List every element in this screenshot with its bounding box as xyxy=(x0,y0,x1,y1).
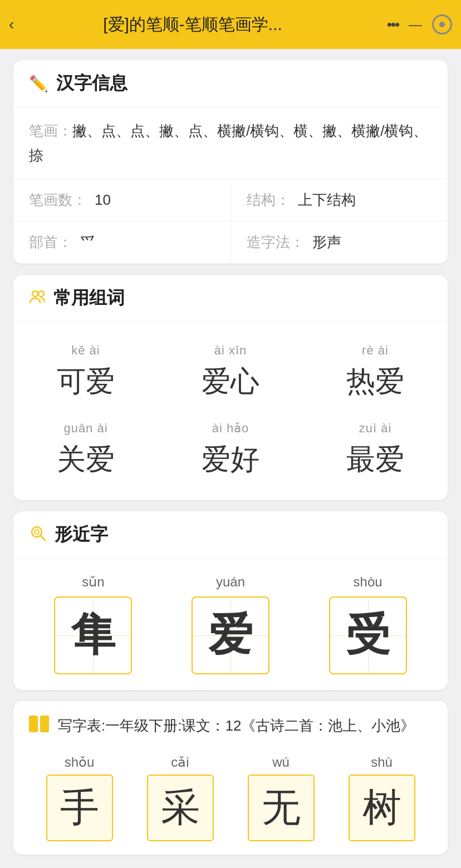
writing-char: 采 xyxy=(161,782,200,834)
word-pinyin: rè ài xyxy=(362,343,389,358)
radical-method-row: 部首： 爫 造字法： 形声 xyxy=(13,221,448,264)
list-item[interactable]: shǒu 手 xyxy=(46,754,113,841)
word-chinese: 爱心 xyxy=(202,362,259,401)
word-pinyin: zuì ài xyxy=(359,421,392,436)
list-item[interactable]: ài xīn 爱心 xyxy=(158,333,303,411)
structure-label: 结构： xyxy=(247,190,290,210)
svg-point-0 xyxy=(32,291,38,297)
word-chinese: 热爱 xyxy=(346,362,404,401)
svg-point-1 xyxy=(38,291,44,297)
writing-char-box: 采 xyxy=(147,775,214,841)
stroke-count-value: 10 xyxy=(95,191,111,209)
similar-chars-icon xyxy=(29,524,47,546)
list-item[interactable]: rè ài 热爱 xyxy=(303,333,448,411)
writing-char-pinyin: shù xyxy=(371,754,393,770)
minimize-button[interactable]: — xyxy=(409,17,422,32)
hanzi-info-header: ✏️ 汉字信息 xyxy=(13,60,448,107)
word-chinese: 关爱 xyxy=(57,440,115,479)
list-item[interactable]: ài hǎo 爱好 xyxy=(158,411,303,489)
writing-chars-row: shǒu 手 cǎi 采 wú 无 shù 树 xyxy=(29,749,432,841)
hanzi-info-icon: ✏️ xyxy=(29,75,48,93)
writing-char: 树 xyxy=(362,782,401,834)
similar-char: 受 xyxy=(346,605,390,665)
writing-char-box: 无 xyxy=(248,775,315,841)
strokes-content: 笔画：撇、点、点、撇、点、横撇/横钩、横、撇、横撇/横钩、捺 xyxy=(29,122,428,164)
similar-chars-title: 形近字 xyxy=(55,522,108,547)
method-cell: 造字法： 形声 xyxy=(231,221,448,263)
strokes-value: 撇、点、点、撇、点、横撇/横钩、横、撇、横撇/横钩、捺 xyxy=(29,122,428,164)
method-value: 形声 xyxy=(312,233,341,252)
writing-char: 手 xyxy=(60,782,99,834)
similar-char-box: 爱 xyxy=(192,596,269,674)
similar-char-box: 受 xyxy=(329,596,407,674)
writing-char-box: 树 xyxy=(349,775,415,841)
svg-line-3 xyxy=(41,536,45,540)
similar-char: 隼 xyxy=(71,605,115,665)
list-item[interactable]: cǎi 采 xyxy=(147,754,214,841)
word-pinyin: ài xīn xyxy=(214,343,247,358)
app-header: ‹ [爱]的笔顺-笔顺笔画学... ••• — xyxy=(0,0,461,49)
radical-label: 部首： xyxy=(29,233,72,252)
more-button[interactable]: ••• xyxy=(387,16,399,33)
similar-pinyin: shòu xyxy=(354,574,382,590)
similar-char-box: 隼 xyxy=(54,596,132,674)
list-item[interactable]: shù 树 xyxy=(349,754,415,841)
common-words-icon xyxy=(29,288,46,309)
structure-cell: 结构： 上下结构 xyxy=(231,179,448,221)
similar-pinyin: sǔn xyxy=(82,574,104,590)
record-icon xyxy=(439,22,445,27)
radical-cell: 部首： 爫 xyxy=(13,221,231,263)
record-button[interactable] xyxy=(432,14,452,34)
similar-grid: sǔn 隼 yuán 爱 shòu 受 xyxy=(13,559,448,690)
writing-char: 无 xyxy=(262,782,301,834)
structure-value: 上下结构 xyxy=(298,190,356,210)
radical-value: 爫 xyxy=(80,233,95,252)
list-item[interactable]: zuì ài 最爱 xyxy=(303,411,448,489)
common-words-title: 常用组词 xyxy=(53,286,125,310)
list-item[interactable]: sǔn 隼 xyxy=(54,574,132,674)
writing-table-icon xyxy=(29,716,49,732)
writing-table-card: 写字表:一年级下册:课文：12《古诗二首：池上、小池》 shǒu 手 cǎi 采… xyxy=(13,701,448,855)
svg-point-4 xyxy=(35,530,39,534)
list-item[interactable]: wú 无 xyxy=(248,754,315,841)
stroke-count-structure-row: 笔画数： 10 结构： 上下结构 xyxy=(13,179,448,221)
hanzi-info-card: ✏️ 汉字信息 笔画：撇、点、点、撇、点、横撇/横钩、横、撇、横撇/横钩、捺 笔… xyxy=(13,60,448,264)
writing-table-description: 写字表:一年级下册:课文：12《古诗二首：池上、小池》 xyxy=(58,714,415,738)
writing-char-box: 手 xyxy=(46,775,113,841)
page-title: [爱]的笔顺-笔顺笔画学... xyxy=(21,13,364,36)
common-words-header: 常用组词 xyxy=(13,275,448,322)
similar-chars-header: 形近字 xyxy=(13,511,448,559)
word-pinyin: ài hǎo xyxy=(212,421,249,436)
words-grid: kě ài 可爱 ài xīn 爱心 rè ài 热爱 guān ài 关爱 à… xyxy=(13,322,448,500)
stroke-count-cell: 笔画数： 10 xyxy=(13,179,231,221)
writing-char-pinyin: shǒu xyxy=(65,754,95,770)
method-label: 造字法： xyxy=(247,233,305,252)
word-chinese: 爱好 xyxy=(202,440,259,479)
strokes-label: 笔画： xyxy=(29,122,72,139)
list-item[interactable]: guān ài 关爱 xyxy=(13,411,158,489)
word-chinese: 最爱 xyxy=(346,440,404,479)
strokes-row: 笔画：撇、点、点、撇、点、横撇/横钩、横、撇、横撇/横钩、捺 xyxy=(13,107,448,179)
word-pinyin: guān ài xyxy=(63,421,107,436)
stroke-count-label: 笔画数： xyxy=(29,190,87,210)
similar-pinyin: yuán xyxy=(216,574,245,590)
writing-char-pinyin: wú xyxy=(272,754,290,770)
list-item[interactable]: kě ài 可爱 xyxy=(13,333,158,411)
writing-char-pinyin: cǎi xyxy=(171,754,189,770)
hanzi-info-title: 汉字信息 xyxy=(56,71,127,96)
header-controls: ••• — xyxy=(387,14,452,34)
similar-char: 爱 xyxy=(208,605,253,665)
similar-chars-card: 形近字 sǔn 隼 yuán 爱 shòu 受 xyxy=(13,511,448,690)
list-item[interactable]: yuán 爱 xyxy=(192,574,269,674)
common-words-card: 常用组词 kě ài 可爱 ài xīn 爱心 rè ài 热爱 guān ài… xyxy=(13,275,448,500)
word-chinese: 可爱 xyxy=(57,362,115,401)
word-pinyin: kě ài xyxy=(71,343,100,358)
back-button[interactable]: ‹ xyxy=(9,16,14,33)
list-item[interactable]: shòu 受 xyxy=(329,574,407,674)
writing-table-header: 写字表:一年级下册:课文：12《古诗二首：池上、小池》 xyxy=(29,714,432,738)
